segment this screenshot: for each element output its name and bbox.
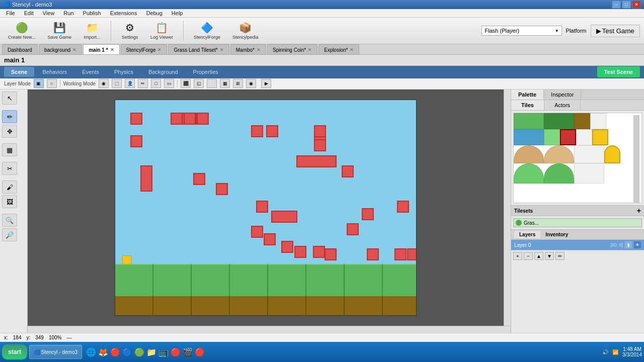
taskbar-stencyl[interactable]: 🟦 Stencyl - demo3	[29, 345, 82, 359]
tile-cell[interactable]	[590, 113, 606, 129]
test-game-button[interactable]: ▶ Test Game	[591, 25, 640, 37]
taskbar-folder-icon[interactable]: 📁	[146, 347, 156, 357]
tab-dashboard[interactable]: Dashboard	[2, 44, 38, 54]
actors-tab[interactable]: Actors	[544, 100, 581, 110]
close-button[interactable]: ✕	[632, 1, 641, 9]
working-mode-extra-2[interactable]: ◱	[194, 79, 204, 88]
taskbar-app-icon3[interactable]: 🔴	[195, 347, 205, 357]
add-tileset-button[interactable]: +	[637, 207, 641, 215]
tile-cell[interactable]	[514, 145, 544, 163]
taskbar-chrome-icon[interactable]: 🟢	[134, 347, 144, 357]
horizontal-scrollbar[interactable]	[28, 326, 511, 333]
menu-file[interactable]: File	[2, 9, 19, 17]
menu-run[interactable]: Run	[59, 9, 77, 17]
grid-tool-button[interactable]: ▦	[2, 143, 17, 156]
palette-scrollbar[interactable]	[633, 115, 639, 203]
tab-spinning[interactable]: Spinning Coin* ✕	[267, 44, 317, 54]
working-mode-btn-1[interactable]: ◉	[99, 79, 109, 88]
tile-cell[interactable]	[514, 163, 544, 184]
tab-grassland[interactable]: Grass Land Tileset* ✕	[168, 44, 229, 54]
add-layer-button[interactable]: +	[513, 252, 522, 260]
taskbar-misc-icon1[interactable]: 🔵	[122, 347, 132, 357]
tile-cell[interactable]	[514, 129, 544, 145]
layer-mode-btn-2[interactable]: ○	[47, 79, 57, 88]
scene-canvas[interactable]	[115, 100, 417, 316]
tile-cell[interactable]	[574, 163, 604, 184]
inspector-tab[interactable]: Inspector	[544, 89, 581, 100]
taskbar-volume[interactable]: 🔊	[602, 349, 608, 355]
settings-button[interactable]: ⚙ Settings	[117, 20, 142, 42]
tile-cell[interactable]	[592, 129, 608, 145]
layer-mode-btn-1[interactable]: ▣	[34, 79, 44, 88]
working-mode-btn-3[interactable]: 👤	[125, 79, 135, 88]
menu-publish[interactable]: Publish	[79, 9, 105, 17]
working-mode-extra-4[interactable]: ▦	[220, 79, 230, 88]
tab-background-close[interactable]: ✕	[72, 47, 76, 52]
save-game-button[interactable]: 💾 Save Game	[44, 20, 76, 42]
tab-mambo-close[interactable]: ✕	[257, 47, 261, 52]
tab-main1-close[interactable]: ✕	[110, 47, 114, 52]
scene-viewport[interactable]	[28, 89, 504, 326]
menu-extensions[interactable]: Extensions	[106, 9, 141, 17]
edit-layer-button[interactable]: ✏	[555, 252, 565, 260]
tile-cell[interactable]	[604, 145, 620, 163]
working-mode-btn-4[interactable]: ✏	[138, 79, 148, 88]
tile-cell[interactable]	[574, 113, 590, 129]
tab-forge-close[interactable]: ✕	[157, 47, 162, 52]
menu-help[interactable]: Help	[168, 9, 187, 17]
tile-cell[interactable]	[514, 113, 544, 129]
tab-explosion-close[interactable]: ✕	[350, 47, 354, 52]
menu-edit[interactable]: Edit	[20, 9, 38, 17]
img-tool-button[interactable]: 🖼	[2, 195, 17, 208]
taskbar-firefox-icon[interactable]: 🦊	[98, 347, 108, 357]
menu-debug[interactable]: Debug	[142, 9, 166, 17]
taskbar-opera-icon[interactable]: 🔴	[110, 347, 120, 357]
fill-tool-button[interactable]: 🖌	[2, 180, 17, 194]
tab-properties[interactable]: Properties	[186, 67, 225, 77]
tile-cell[interactable]	[574, 145, 604, 163]
stencylforge-button[interactable]: 🔷 StencylForge	[190, 20, 224, 42]
tile-cell[interactable]	[544, 113, 574, 129]
taskbar-network[interactable]: 📶	[612, 349, 618, 355]
test-scene-button[interactable]: Test Scene	[597, 66, 640, 77]
taskbar-ie-icon[interactable]: 🌐	[86, 347, 96, 357]
inventory-tab[interactable]: Inventory	[540, 231, 573, 238]
start-button[interactable]: start	[2, 344, 27, 359]
tile-palette-grid[interactable]	[513, 113, 642, 203]
tab-events[interactable]: Events	[75, 67, 106, 77]
zoom-out-button[interactable]: 🔎	[2, 228, 17, 241]
layer-lock[interactable]: ▮	[625, 241, 632, 248]
working-mode-extra-3[interactable]: ⬜	[207, 79, 217, 88]
zoom-in-button[interactable]: 🔍	[2, 214, 17, 227]
tab-main1[interactable]: main 1 * ✕	[83, 44, 119, 54]
working-mode-extra-1[interactable]: ⬛	[181, 79, 191, 88]
tab-spinning-close[interactable]: ✕	[308, 47, 312, 52]
working-mode-extra-6[interactable]: ◉	[246, 79, 256, 88]
palette-tab[interactable]: Palette	[511, 89, 544, 100]
move-tool-button[interactable]: ✥	[2, 125, 17, 138]
layer-visibility[interactable]: 👁	[634, 241, 641, 248]
tab-scene[interactable]: Scene	[4, 67, 34, 77]
tile-cell[interactable]	[544, 163, 574, 184]
tab-stencylforge[interactable]: StencylForge ✕	[121, 44, 168, 54]
menu-view[interactable]: View	[39, 9, 59, 17]
stencylpedia-button[interactable]: 📦 Stencylpedia	[228, 20, 263, 42]
play-button[interactable]: ▶	[261, 79, 271, 88]
cut-tool-button[interactable]: ✂	[2, 162, 17, 175]
taskbar-app-icon1[interactable]: 🔴	[171, 347, 181, 357]
tile-cell[interactable]	[544, 129, 560, 145]
tileset-item[interactable]: Gras...	[513, 218, 642, 227]
draw-tool-button[interactable]: ✏	[2, 110, 17, 123]
tile-cell[interactable]	[544, 145, 574, 163]
select-tool-button[interactable]: ↖	[2, 92, 17, 105]
move-layer-up-button[interactable]: ▲	[534, 252, 543, 260]
taskbar-media-icon[interactable]: 📺	[158, 347, 169, 357]
tab-behaviors[interactable]: Behaviors	[35, 67, 74, 77]
import-button[interactable]: 📁 Import...	[79, 20, 105, 42]
tile-cell[interactable]	[560, 129, 576, 145]
layer-row[interactable]: Layer 0 [ID: 0] ▮ 👁	[511, 240, 644, 250]
tiles-tab[interactable]: Tiles	[511, 100, 544, 110]
tile-cell[interactable]	[576, 129, 592, 145]
tab-physics[interactable]: Physics	[107, 67, 140, 77]
log-viewer-button[interactable]: 📋 Log Viewer	[146, 20, 177, 42]
